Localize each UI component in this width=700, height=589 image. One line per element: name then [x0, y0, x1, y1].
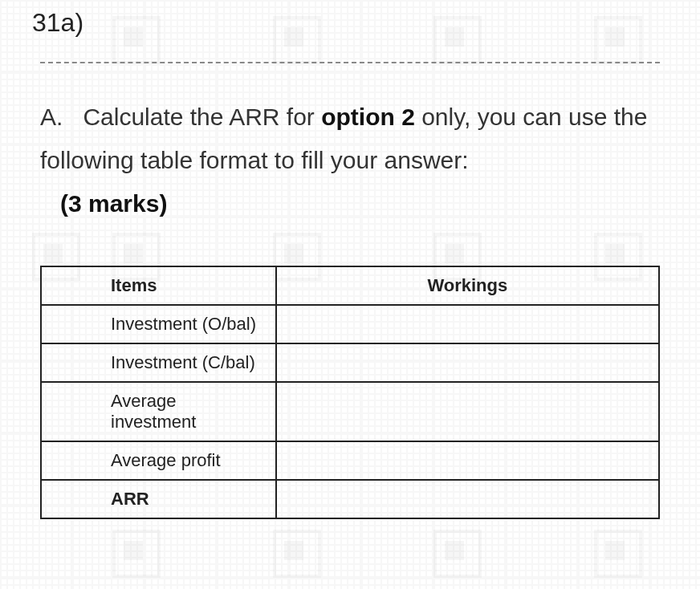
table-cell-workings	[276, 343, 659, 382]
marks-label: (3 marks)	[60, 190, 167, 217]
table-row: Investment (O/bal)	[41, 305, 659, 343]
qr-decoration	[594, 530, 642, 578]
table-cell-workings	[276, 441, 659, 480]
qr-decoration	[112, 530, 161, 578]
table-header-items: Items	[41, 266, 276, 305]
table-cell-workings	[276, 305, 659, 343]
table-row: Investment (C/bal)	[41, 343, 659, 382]
table-row: Average profit	[41, 441, 659, 480]
table-cell-items: Average investment	[41, 382, 276, 441]
qr-decoration	[273, 530, 321, 578]
table-header-workings: Workings	[276, 266, 659, 305]
part-label: A.	[40, 104, 63, 130]
question-bold-text: option 2	[321, 104, 415, 130]
table-row: Average investment	[41, 382, 659, 441]
table-cell-items: Investment (O/bal)	[41, 305, 276, 343]
table-cell-items: Investment (C/bal)	[41, 343, 276, 382]
qr-decoration	[433, 530, 482, 578]
document-content: 31a) A. Calculate the ARR for option 2 o…	[0, 0, 700, 519]
question-text: A. Calculate the ARR for option 2 only, …	[32, 95, 668, 225]
table-cell-items: ARR	[41, 480, 276, 518]
question-text-before: Calculate the ARR for	[83, 104, 321, 130]
table-row: ARR	[41, 480, 659, 518]
divider	[40, 62, 660, 63]
table-header-row: Items Workings	[41, 266, 659, 305]
answer-table-wrapper: Items Workings Investment (O/bal) Invest…	[32, 266, 668, 519]
table-cell-workings	[276, 480, 659, 518]
question-number: 31a)	[32, 8, 668, 38]
table-cell-items: Average profit	[41, 441, 276, 480]
answer-table: Items Workings Investment (O/bal) Invest…	[40, 266, 660, 519]
table-cell-workings	[276, 382, 659, 441]
